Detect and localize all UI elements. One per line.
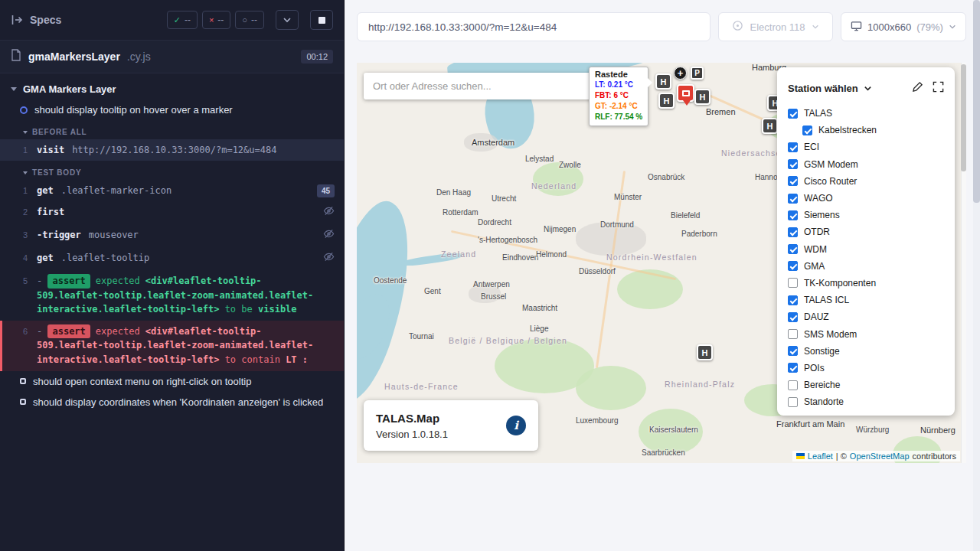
- chevron-down-icon: [23, 131, 28, 134]
- add-marker[interactable]: +: [674, 67, 687, 80]
- info-icon[interactable]: i: [506, 416, 526, 435]
- app-version: Version 1.0.18.1: [376, 429, 448, 440]
- station-filter-talas[interactable]: TALAS: [788, 105, 955, 122]
- station-marker[interactable]: H: [694, 89, 710, 105]
- map-city-label: Luxembourg: [576, 416, 619, 425]
- search-input[interactable]: [373, 80, 584, 92]
- map-city-label: Gent: [424, 287, 441, 295]
- file-icon: [11, 49, 21, 64]
- command-number: 1: [11, 143, 28, 157]
- command-get[interactable]: 4get.leaflet-tooltip: [0, 247, 344, 270]
- page-scrollbar[interactable]: [973, 0, 980, 551]
- checkbox[interactable]: [788, 329, 798, 339]
- checkbox[interactable]: [788, 312, 798, 322]
- pending-test-icon: [20, 378, 26, 384]
- checkbox[interactable]: [788, 244, 798, 254]
- map-city-label: Dortmund: [600, 220, 634, 229]
- browser-selector[interactable]: Electron 118: [718, 12, 833, 41]
- checkbox[interactable]: [788, 380, 798, 390]
- command-first[interactable]: 2first: [0, 201, 344, 224]
- url-text: http://192.168.10.33:3000/?m=12&u=484: [368, 21, 557, 33]
- alarm-marker[interactable]: [677, 84, 694, 102]
- checkbox[interactable]: [788, 227, 798, 237]
- checkbox[interactable]: [788, 159, 798, 169]
- fullscreen-icon[interactable]: [933, 81, 944, 96]
- station-filter-dauz[interactable]: DAUZ: [788, 308, 955, 325]
- stop-button[interactable]: [310, 10, 333, 30]
- station-filter-kabelstrecken[interactable]: Kabelstrecken: [802, 122, 955, 139]
- checkbox[interactable]: [788, 176, 798, 186]
- station-filter-wdm[interactable]: WDM: [788, 241, 955, 258]
- section-label: BEFORE ALL: [32, 128, 87, 136]
- station-filter-label: GSM Modem: [804, 159, 858, 170]
- station-select-label[interactable]: Station wählen: [788, 83, 858, 94]
- runner-main: http://192.168.10.33:3000/?m=12&u=484 El…: [345, 0, 980, 551]
- checkbox[interactable]: [788, 278, 798, 288]
- map-city-label: Paderborn: [681, 230, 717, 238]
- station-filter-otdr[interactable]: OTDR: [788, 223, 955, 240]
- command-assert[interactable]: 6- assertexpected <div#leaflet-tooltip-5…: [0, 321, 344, 371]
- station-filter-eci[interactable]: ECI: [788, 139, 955, 155]
- checkbox[interactable]: [788, 397, 798, 407]
- command-get[interactable]: 1get.leaflet-marker-icon45: [0, 180, 344, 201]
- station-marker[interactable]: H: [697, 344, 713, 360]
- parking-marker[interactable]: P: [691, 67, 704, 80]
- checkbox[interactable]: [788, 109, 798, 119]
- collapse-button[interactable]: [276, 10, 299, 30]
- checkbox[interactable]: [788, 261, 798, 271]
- command-visit[interactable]: 1visithttp://192.168.10.33:3000/?m=12&u=…: [0, 139, 344, 161]
- expand-specs-icon[interactable]: [11, 14, 23, 26]
- station-filter-tk-komponenten[interactable]: TK-Komponenten: [788, 275, 955, 292]
- command-trigger[interactable]: 3-triggermouseover: [0, 224, 344, 247]
- app-scrollbar[interactable]: [961, 63, 966, 463]
- edit-icon[interactable]: [912, 81, 923, 96]
- station-filter-siemens[interactable]: Siemens: [788, 207, 955, 223]
- scrollbar-thumb[interactable]: [973, 0, 980, 203]
- specs-title[interactable]: Specs: [30, 14, 61, 26]
- active-test-row[interactable]: should display tooltip on hover over a m…: [0, 99, 344, 120]
- assert-highlight: LT :: [286, 354, 308, 365]
- url-bar[interactable]: http://192.168.10.33:3000/?m=12&u=484: [357, 12, 710, 41]
- station-filter-wago[interactable]: WAGO: [788, 190, 955, 207]
- checkbox[interactable]: [788, 210, 798, 220]
- running-test-icon: [20, 106, 28, 114]
- station-marker[interactable]: H: [655, 73, 671, 90]
- viewport-selector[interactable]: 1000x660 (79%): [841, 12, 966, 41]
- station-filter-bereiche[interactable]: Bereiche: [788, 377, 955, 393]
- stop-icon: [318, 17, 325, 24]
- section-header[interactable]: BEFORE ALL: [0, 120, 344, 139]
- checkbox[interactable]: [788, 295, 798, 305]
- station-filter-gma[interactable]: GMA: [788, 258, 955, 275]
- checkbox[interactable]: [788, 194, 798, 204]
- station-marker[interactable]: H: [762, 118, 778, 134]
- station-filter-talas-icl[interactable]: TALAS ICL: [788, 292, 955, 308]
- scrollbar-thumb[interactable]: [961, 64, 966, 171]
- leaflet-link[interactable]: Leaflet: [808, 452, 833, 461]
- checkbox[interactable]: [788, 363, 798, 373]
- section-header[interactable]: TEST BODY: [0, 161, 344, 180]
- map-region-label: Nederland: [531, 181, 577, 191]
- command-number: 1: [11, 184, 28, 197]
- command-number: 6: [11, 324, 28, 338]
- command-assert[interactable]: 5- assertexpected <div#leaflet-tooltip-5…: [0, 270, 344, 321]
- suite-row[interactable]: GMA Markers Layer: [0, 73, 344, 99]
- station-filter-standorte[interactable]: Standorte: [788, 393, 955, 410]
- spec-file-row[interactable]: gmaMarkersLayer .cy.js 00:12: [0, 40, 344, 73]
- station-filter-sms-modem[interactable]: SMS Modem: [788, 325, 955, 342]
- pending-test-row[interactable]: should display coordinates when 'Koordin…: [0, 392, 344, 412]
- station-filter-pois[interactable]: POIs: [788, 360, 955, 377]
- checkbox[interactable]: [788, 142, 798, 152]
- pending-test-row[interactable]: should open context menu on right-click …: [0, 371, 344, 392]
- osm-link[interactable]: OpenStreetMap: [850, 452, 910, 461]
- marker-tooltip[interactable]: Rastede LT: 0.21 °CFBT: 6 °CGT: -2.14 °C…: [589, 67, 648, 126]
- station-filter-gsm-modem[interactable]: GSM Modem: [788, 156, 955, 173]
- command-line: -triggermouseover: [37, 228, 323, 242]
- station-filter-label: Kabelstrecken: [818, 125, 877, 135]
- checkbox[interactable]: [802, 126, 812, 135]
- station-filter-cisco-router[interactable]: Cisco Router: [788, 173, 955, 190]
- station-marker[interactable]: H: [658, 93, 675, 109]
- checkbox[interactable]: [788, 346, 798, 356]
- station-filter-sonstige[interactable]: Sonstige: [788, 343, 955, 360]
- chevron-down-icon[interactable]: [864, 82, 872, 96]
- map-city-label: Düsseldorf: [579, 267, 616, 276]
